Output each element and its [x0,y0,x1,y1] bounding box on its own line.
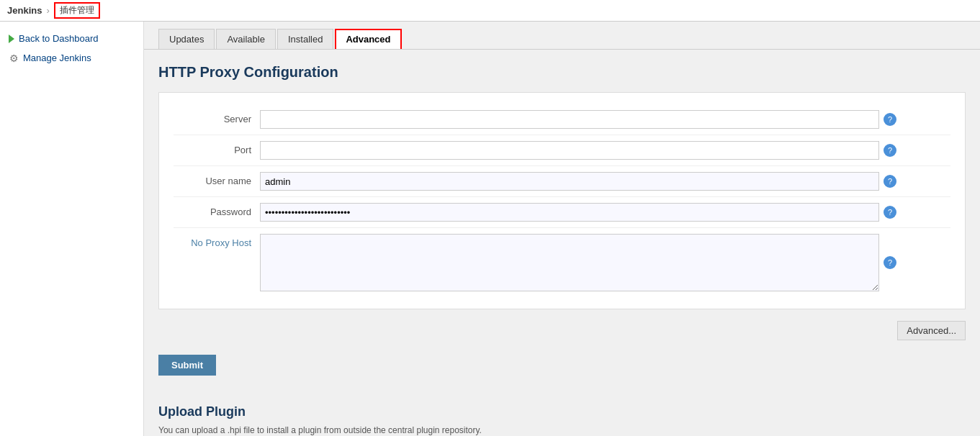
advanced-btn-row: Advanced... [158,321,966,348]
password-help-icon[interactable]: ? [884,206,896,219]
port-help-icon[interactable]: ? [884,144,896,157]
arrow-icon [9,35,14,43]
username-field: ? [260,172,950,191]
layout: Back to Dashboard ⚙ Manage Jenkins Updat… [0,22,980,436]
sidebar-item-manage-jenkins[interactable]: ⚙ Manage Jenkins [0,48,143,68]
no-proxy-row: No Proxy Host ? [174,228,950,297]
submit-row: Submit [158,355,966,390]
sidebar-item-back-to-dashboard[interactable]: Back to Dashboard [0,29,143,48]
server-row: Server ? [174,104,950,135]
server-label: Server [174,110,260,128]
no-proxy-label: No Proxy Host [174,234,260,252]
server-field: ? [260,110,950,129]
submit-button[interactable]: Submit [158,355,216,376]
server-input[interactable] [260,110,879,129]
username-input[interactable] [260,172,879,191]
upload-plugin-title: Upload Plugin [158,404,966,419]
http-proxy-form: Server ? Port ? User name [158,92,966,309]
port-label: Port [174,141,260,159]
gear-icon: ⚙ [9,53,19,63]
tab-updates[interactable]: Updates [158,29,215,49]
server-help-icon[interactable]: ? [884,113,896,126]
upload-plugin-desc: You can upload a .hpi file to install a … [158,425,966,435]
advanced-button[interactable]: Advanced... [897,321,966,340]
no-proxy-field: ? [260,234,950,291]
plugin-mgmt-badge[interactable]: 插件管理 [54,2,100,19]
port-field: ? [260,141,950,160]
content-area: HTTP Proxy Configuration Server ? Port ? [144,50,980,436]
main-content: Updates Available Installed Advanced HTT… [144,22,980,436]
jenkins-logo[interactable]: Jenkins [7,5,42,16]
password-row: Password ? [174,197,950,228]
sidebar-item-label-back: Back to Dashboard [19,33,99,44]
username-help-icon[interactable]: ? [884,175,896,188]
password-input[interactable] [260,203,879,222]
username-label: User name [174,172,260,190]
tab-installed[interactable]: Installed [277,29,333,49]
port-row: Port ? [174,135,950,166]
nav-separator: › [46,5,49,16]
topbar: Jenkins › 插件管理 [0,0,980,22]
sidebar: Back to Dashboard ⚙ Manage Jenkins [0,22,144,436]
tab-advanced[interactable]: Advanced [335,29,401,49]
port-input[interactable] [260,141,879,160]
sidebar-item-label-manage: Manage Jenkins [23,53,91,63]
no-proxy-help-icon[interactable]: ? [884,256,896,269]
username-row: User name ? [174,166,950,197]
http-proxy-title: HTTP Proxy Configuration [158,64,966,81]
password-label: Password [174,203,260,221]
password-field: ? [260,203,950,222]
no-proxy-textarea[interactable] [260,234,879,291]
tab-available[interactable]: Available [216,29,276,49]
tabs-bar: Updates Available Installed Advanced [144,22,980,50]
